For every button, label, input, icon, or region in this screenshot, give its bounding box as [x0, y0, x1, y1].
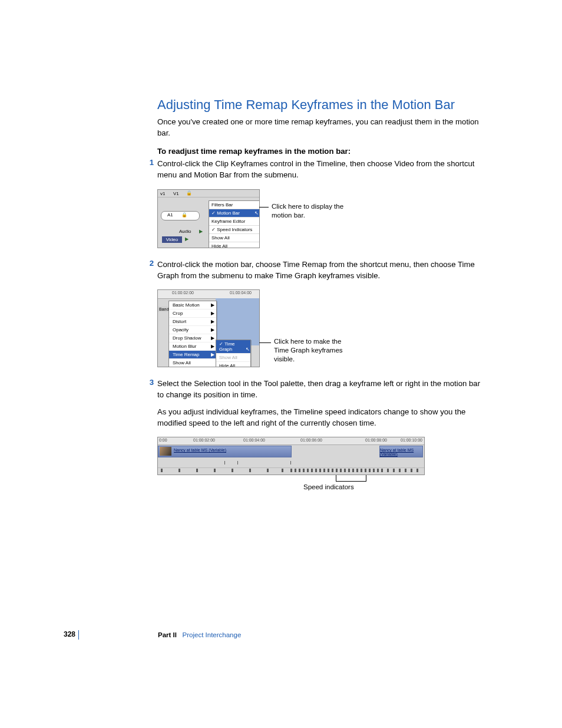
speed-indicator-tick — [332, 469, 333, 472]
step-text: Select the Selection tool in the Tool pa… — [157, 378, 487, 400]
speed-indicator-tick — [196, 469, 198, 472]
fig1-submenu: Filters Bar ✓ Motion Bar↖ Keyframe Edito… — [209, 200, 260, 248]
clip-b-label: Nancy at table MS (Variable) — [380, 448, 420, 456]
speed-indicator-tick — [319, 469, 321, 472]
menu-time-remap[interactable]: Time Remap▶ — [169, 351, 216, 359]
clip-a-label: Nancy at table MS (Variable) — [174, 448, 226, 452]
speed-indicator-tick — [311, 469, 313, 472]
page-title: Adjusting Time Remap Keyframes in the Mo… — [157, 97, 487, 113]
speed-indicator-tick — [323, 469, 325, 472]
menu-drop-shadow[interactable]: Drop Shadow▶ — [169, 334, 216, 342]
step-text: Control-click the Clip Keyframes control… — [157, 158, 487, 180]
speed-indicator-tick — [411, 469, 412, 472]
speed-indicator-tick — [303, 469, 305, 472]
page: Adjusting Time Remap Keyframes in the Mo… — [0, 0, 562, 728]
expand-icon[interactable]: ▶ — [185, 236, 189, 242]
speed-indicator-tick — [307, 469, 309, 472]
ruler-tick: 0:00 — [159, 438, 167, 442]
speed-indicator-tick — [232, 469, 233, 472]
speed-indicator-tick — [373, 469, 375, 472]
callout-line — [259, 207, 269, 207]
lead-text: To readjust time remap keyframes in the … — [157, 147, 487, 156]
video-label: Video — [162, 236, 182, 243]
speed-indicator-tick — [416, 469, 418, 472]
menu-show-all[interactable]: Show All — [209, 234, 260, 242]
step-3: 3 Select the Selection tool in the Tool … — [157, 378, 487, 429]
keyframe-row — [158, 459, 424, 465]
speed-indicator-tick — [340, 469, 342, 472]
speed-indicator-tick — [393, 469, 395, 472]
speed-indicator-tick — [290, 469, 292, 472]
menu-basic-motion[interactable]: Basic Motion▶ — [169, 301, 216, 309]
ruler-tick: 01:00:08:00 — [365, 438, 387, 442]
fig2-submenu: ✓ Time Graph↖ Show All Hide All — [216, 340, 251, 367]
clip-b[interactable]: Nancy at table MS (Variable) — [379, 446, 423, 457]
speed-indicator-tick — [315, 469, 317, 472]
step-1: 1 Control-click the Clip Keyframes contr… — [157, 158, 487, 180]
ruler-tick: 01:00:10:00 — [401, 438, 422, 442]
speed-indicator-tick — [369, 469, 371, 472]
speed-indicator-tick — [365, 469, 366, 472]
speed-indicator-tick — [356, 469, 358, 472]
ruler: 01:00:02:00 01:00:04:00 — [158, 290, 259, 299]
menu-motion-bar[interactable]: ✓ Motion Bar↖ — [209, 209, 260, 218]
submenu-show-all[interactable]: Show All — [216, 354, 250, 362]
fig1-callout: Click here to display the motion bar. — [272, 202, 348, 220]
speed-indicator-tick — [381, 469, 383, 472]
menu-hide-all[interactable]: Hide All — [209, 242, 260, 248]
lock-icon: 🔒 — [186, 190, 192, 196]
speed-indicator-tick — [161, 469, 163, 472]
figure-3: 0:00 01:00:02:00 01:00:04:00 01:00:06:00… — [157, 437, 425, 475]
track-label-v1a: v1 — [160, 191, 165, 196]
track-label-a1: A1 — [167, 212, 173, 218]
track-a1-pill: A1 🔒 — [161, 211, 200, 220]
speed-indicator-tick — [377, 469, 379, 472]
speed-indicator-tick — [295, 469, 296, 472]
lock-icon: 🔒 — [181, 212, 187, 218]
keyframe-tick — [290, 461, 291, 465]
ruler-tick: 01:00:02:00 — [193, 438, 215, 442]
fig2-callout: Click here to make the Time Graph keyfra… — [274, 337, 351, 364]
ruler-tick: 01:00:02:00 — [172, 291, 194, 295]
indicator-row — [158, 467, 424, 473]
speed-indicator-tick — [405, 469, 406, 472]
track-label-v1b: V1 — [173, 191, 179, 196]
speed-indicator-tick — [299, 469, 300, 472]
track-v1: v1 V1 🔒 — [158, 190, 259, 197]
bracket — [336, 475, 366, 482]
fig2-panel: 01:00:02:00 01:00:04:00 Band Basic Motio… — [157, 289, 260, 367]
fig3-callout: Speed indicators — [303, 483, 354, 490]
fig1-panel: v1 V1 🔒 Filters Bar ✓ Motion Bar↖ Keyfra… — [157, 189, 260, 248]
clip-a[interactable]: Nancy at table MS (Variable) — [158, 446, 292, 457]
menu-motion-blur[interactable]: Motion Blur▶ — [169, 342, 216, 351]
fig2-menu: Basic Motion▶ Crop▶ Distort▶ Opacity▶ Dr… — [168, 301, 217, 367]
speed-indicator-tick — [387, 469, 389, 472]
ruler-tick: 01:00:04:00 — [243, 438, 265, 442]
speed-indicator-tick — [361, 469, 362, 472]
footer-divider — [78, 630, 79, 640]
speed-indicator-tick — [336, 469, 338, 472]
page-number: 328 — [64, 630, 75, 638]
menu-keyframe-editor[interactable]: Keyframe Editor — [209, 218, 260, 226]
submenu-hide-all[interactable]: Hide All — [216, 362, 250, 367]
menu-filters-bar[interactable]: Filters Bar — [209, 201, 260, 209]
speed-indicator-tick — [399, 469, 401, 472]
expand-icon[interactable]: ▶ — [199, 229, 203, 234]
tracks: Nancy at table MS (Variable) Nancy at ta… — [158, 444, 424, 467]
footer-part: Part II Project Interchange — [158, 631, 241, 638]
speed-indicator-tick — [352, 469, 354, 472]
menu-distort[interactable]: Distort▶ — [169, 318, 216, 326]
speed-indicator-tick — [328, 469, 329, 472]
menu-opacity[interactable]: Opacity▶ — [169, 326, 216, 334]
clip-thumbnail — [160, 447, 171, 456]
callout-line — [259, 342, 271, 343]
menu-speed-indicators[interactable]: ✓ Speed Indicators — [209, 226, 260, 234]
figure-2: 01:00:02:00 01:00:04:00 Band Basic Motio… — [157, 289, 346, 367]
speed-indicator-tick — [249, 469, 251, 472]
step-extra: As you adjust individual keyframes, the … — [157, 406, 487, 429]
menu-crop[interactable]: Crop▶ — [169, 309, 216, 318]
menu-show-all[interactable]: Show All — [169, 359, 216, 367]
submenu-time-graph[interactable]: ✓ Time Graph↖ — [216, 340, 250, 354]
step-number: 2 — [144, 259, 154, 268]
speed-indicator-tick — [282, 469, 283, 472]
